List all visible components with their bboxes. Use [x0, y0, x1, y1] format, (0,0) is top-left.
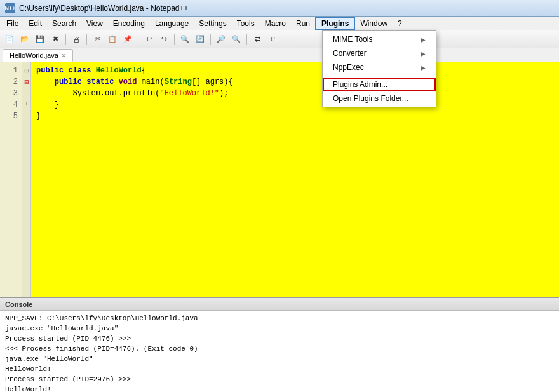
open-button[interactable]: 📂 — [18, 32, 32, 46]
menu-edit[interactable]: Edit — [24, 18, 47, 29]
menu-help[interactable]: ? — [393, 18, 407, 29]
plugins-mime-tools[interactable]: MIME Tools ▶ — [323, 32, 436, 46]
menu-sep — [323, 76, 436, 76]
main-area: 1 2 3 4 5 ⊟ ⊟ └ public class HelloWorld{… — [0, 62, 559, 392]
menu-window[interactable]: Window — [355, 18, 393, 29]
console-line-3: Process started (PID=4476) >>> — [5, 334, 554, 344]
sep4 — [174, 34, 175, 45]
menu-search[interactable]: Search — [47, 18, 81, 29]
fold-column: ⊟ ⊟ └ — [22, 62, 31, 297]
plugins-open-folder[interactable]: Open Plugins Folder... — [323, 91, 436, 105]
plugins-admin[interactable]: Plugins Admin... — [323, 78, 436, 91]
console-line-2: javac.exe "HelloWorld.java" — [5, 323, 554, 334]
code-line-1: public class HelloWorld{ — [36, 65, 554, 76]
tabs-bar: HelloWorld.java ✕ — [0, 48, 559, 62]
cut-button[interactable]: ✂ — [90, 32, 104, 46]
line-num-5: 5 — [4, 111, 18, 122]
line-num-4: 4 — [4, 99, 18, 111]
menu-view[interactable]: View — [81, 18, 108, 29]
nppexec-arrow: ▶ — [421, 64, 426, 71]
menu-run[interactable]: Run — [291, 18, 315, 29]
editor-container: 1 2 3 4 5 ⊟ ⊟ └ public class HelloWorld{… — [0, 62, 559, 297]
sep6 — [246, 34, 247, 45]
copy-button[interactable]: 📋 — [105, 32, 119, 46]
find-button[interactable]: 🔍 — [178, 32, 192, 46]
code-line-3: System.out.println("HelloWorld!"); — [36, 88, 554, 99]
console-line-1: NPP_SAVE: C:\Users\lfy\Desktop\HelloWorl… — [5, 313, 554, 323]
menu-plugins[interactable]: Plugins — [315, 17, 355, 30]
code-editor[interactable]: public class HelloWorld{ public static v… — [31, 62, 559, 297]
zoom-in-button[interactable]: 🔎 — [214, 32, 228, 46]
line-num-3: 3 — [4, 88, 18, 99]
menu-settings[interactable]: Settings — [194, 18, 231, 29]
undo-button[interactable]: ↩ — [142, 32, 156, 46]
console-header: Console — [0, 298, 559, 311]
tab-close-button[interactable]: ✕ — [61, 52, 66, 59]
toolbar: 📄 📂 💾 ✖ 🖨 ✂ 📋 📌 ↩ ↪ 🔍 🔄 🔎 🔍 ⇄ ↵ — [0, 30, 559, 48]
replace-button[interactable]: 🔄 — [193, 32, 207, 46]
plugins-nppexec[interactable]: NppExec ▶ — [323, 60, 436, 74]
code-line-5: } — [36, 111, 554, 122]
console-line-4: <<< Process finished (PID=4476). (Exit c… — [5, 344, 554, 354]
paste-button[interactable]: 📌 — [121, 32, 135, 46]
menu-tools[interactable]: Tools — [232, 18, 260, 29]
wrap-button[interactable]: ↵ — [266, 32, 280, 46]
sep3 — [138, 34, 138, 45]
mime-tools-arrow: ▶ — [421, 36, 426, 43]
title-bar: N++ C:\Users\lfy\Desktop\HelloWorld.java… — [0, 0, 559, 17]
line-num-2: 2 — [4, 76, 18, 88]
zoom-out-button[interactable]: 🔍 — [229, 32, 243, 46]
console-line-8: HelloWorld! — [5, 384, 554, 392]
code-line-2: public static void main(String[] agrs){ — [36, 76, 554, 88]
code-line-4: } — [36, 99, 554, 111]
save-button[interactable]: 💾 — [33, 32, 47, 46]
print-button[interactable]: 🖨 — [69, 32, 83, 46]
console-line-5: java.exe "HelloWorld" — [5, 354, 554, 364]
menu-encoding[interactable]: Encoding — [108, 18, 150, 29]
plugins-dropdown: MIME Tools ▶ Converter ▶ NppExec ▶ Plugi… — [322, 30, 436, 107]
plugins-converter[interactable]: Converter ▶ — [323, 46, 436, 60]
line-numbers: 1 2 3 4 5 — [0, 62, 22, 297]
menu-language[interactable]: Language — [150, 18, 194, 29]
menu-file[interactable]: File — [1, 18, 24, 29]
console-container: Console NPP_SAVE: C:\Users\lfy\Desktop\H… — [0, 297, 559, 392]
tab-filename: HelloWorld.java — [10, 51, 58, 59]
menu-bar: File Edit Search View Encoding Language … — [0, 17, 559, 30]
sep2 — [86, 34, 87, 45]
close-button[interactable]: ✖ — [48, 32, 62, 46]
menu-macro[interactable]: Macro — [260, 18, 291, 29]
title-text: C:\Users\lfy\Desktop\HelloWorld.java - N… — [19, 4, 189, 13]
sync-button[interactable]: ⇄ — [250, 32, 264, 46]
redo-button[interactable]: ↪ — [157, 32, 171, 46]
new-button[interactable]: 📄 — [3, 32, 17, 46]
console-line-7: Process started (PID=2976) >>> — [5, 374, 554, 384]
line-num-1: 1 — [4, 65, 18, 76]
tab-helloworld[interactable]: HelloWorld.java ✕ — [3, 49, 73, 62]
sep5 — [210, 34, 211, 45]
app-icon: N++ — [5, 3, 15, 13]
converter-arrow: ▶ — [421, 50, 426, 57]
console-content[interactable]: NPP_SAVE: C:\Users\lfy\Desktop\HelloWorl… — [0, 311, 559, 392]
console-line-6: HelloWorld! — [5, 364, 554, 374]
sep1 — [65, 34, 66, 45]
